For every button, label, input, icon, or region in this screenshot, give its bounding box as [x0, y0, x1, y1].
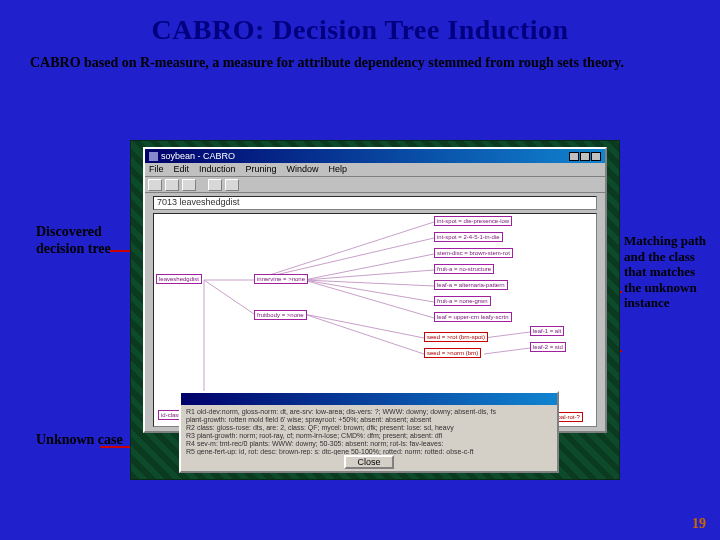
app-icon — [149, 152, 158, 161]
svg-line-3 — [304, 254, 434, 280]
slide-subtitle: CABRO based on R-measure, a measure for … — [0, 46, 720, 78]
tree-node-match[interactable]: seed = >rot (brn-spot) — [424, 332, 488, 342]
tree-node[interactable]: fruit-a = no-structure — [434, 264, 494, 274]
svg-line-5 — [304, 280, 434, 286]
tree-node[interactable]: leaf-2 = std — [530, 342, 566, 352]
app-frame: soybean - CABRO File Edit Induction Prun… — [130, 140, 620, 480]
address-input[interactable]: 7013 leaveshedgdist — [153, 196, 597, 210]
tree-node[interactable]: leaf-1 = alt — [530, 326, 564, 336]
tree-node[interactable]: fruitbody = >none — [254, 310, 307, 320]
minimize-icon[interactable] — [569, 152, 579, 161]
tree-node[interactable]: int-spot = 2-4-5-1-in-die — [434, 232, 503, 242]
tree-node[interactable]: stem-disc = brown-stem-rot — [434, 248, 513, 258]
close-icon[interactable] — [591, 152, 601, 161]
menu-edit[interactable]: Edit — [174, 164, 190, 175]
title-text: soybean - CABRO — [161, 151, 235, 161]
slide-title: CABRO: Decision Tree Induction — [0, 0, 720, 46]
toolbar — [145, 177, 605, 193]
annotation-matching: Matching path and the class that matches… — [624, 233, 708, 311]
menubar: File Edit Induction Pruning Window Help — [145, 163, 605, 177]
titlebar[interactable]: soybean - CABRO — [145, 149, 605, 163]
menu-window[interactable]: Window — [287, 164, 319, 175]
toolbar-button-4[interactable] — [208, 179, 222, 191]
unknown-case-dialog[interactable]: R1 old-dev:norm, gloss-norm: dt, are-srv… — [179, 391, 559, 473]
tree-node-match[interactable]: seed = >norm (brn) — [424, 348, 481, 358]
tree-node[interactable]: leaf-a = alternaria-pattern — [434, 280, 508, 290]
svg-line-10 — [304, 314, 424, 354]
svg-line-9 — [304, 314, 424, 338]
page-number: 19 — [692, 516, 706, 532]
dialog-titlebar[interactable] — [181, 393, 557, 405]
toolbar-button-5[interactable] — [225, 179, 239, 191]
tree-root[interactable]: leaveshedgdist — [156, 274, 202, 284]
close-button[interactable]: Close — [344, 455, 394, 469]
maximize-icon[interactable] — [580, 152, 590, 161]
svg-line-8 — [204, 280, 254, 314]
annotation-discovered: Discovered decision tree — [36, 224, 126, 258]
svg-line-11 — [484, 332, 530, 338]
tree-node[interactable]: leaf = upper-crn leafy-scrtn — [434, 312, 512, 322]
tree-node[interactable]: int-spot = die-presence-low — [434, 216, 512, 226]
menu-file[interactable]: File — [149, 164, 164, 175]
tree-node[interactable]: innervine = >none — [254, 274, 308, 284]
menu-pruning[interactable]: Pruning — [246, 164, 277, 175]
toolbar-button-2[interactable] — [165, 179, 179, 191]
menu-help[interactable]: Help — [329, 164, 348, 175]
svg-line-4 — [304, 270, 434, 280]
tree-node[interactable]: fruit-a = none-grwn — [434, 296, 491, 306]
svg-line-1 — [254, 222, 434, 280]
toolbar-button-3[interactable] — [182, 179, 196, 191]
svg-line-12 — [484, 348, 530, 354]
dialog-body: R1 old-dev:norm, gloss-norm: dt, are-srv… — [181, 405, 557, 455]
menu-induction[interactable]: Induction — [199, 164, 236, 175]
svg-line-7 — [304, 280, 434, 318]
svg-line-6 — [304, 280, 434, 302]
toolbar-button-1[interactable] — [148, 179, 162, 191]
